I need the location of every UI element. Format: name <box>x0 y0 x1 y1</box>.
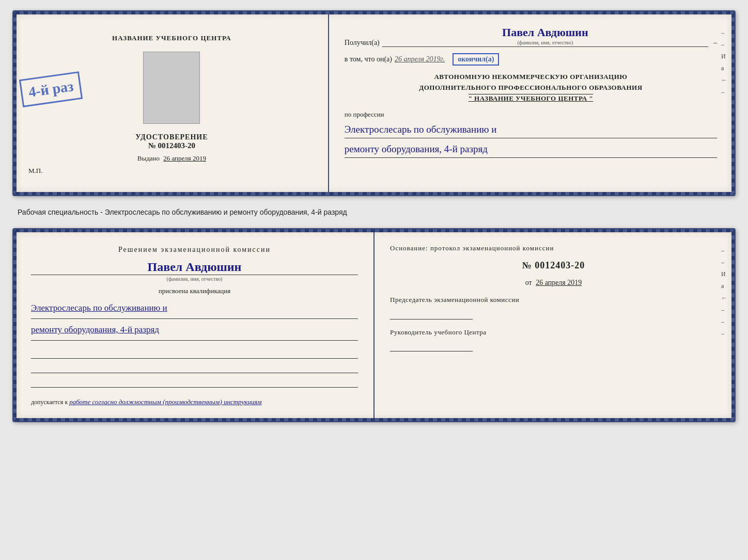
doc1-right-page: 4-й раз Получил(a) Павел Авдюшин (фамили… <box>329 13 733 193</box>
fio-label-2: (фамилия, имя, отчество) <box>167 276 223 282</box>
chairman-sig-line <box>390 309 473 319</box>
name-block-2: Павел Авдюшин (фамилия, имя, отчество) <box>31 260 358 282</box>
protocol-number: № 0012403-20 <box>390 260 717 271</box>
dopuskaetsya-text: работе согласно должностным (производств… <box>69 398 261 406</box>
vydano-section: Выдано 26 апреля 2019 <box>137 154 206 163</box>
dopuskaetsya-section: допускается к работе согласно должностны… <box>31 398 358 406</box>
ot-label: от <box>525 279 532 286</box>
signature-lines-2 <box>31 348 358 388</box>
vtom-text: в том, что он(а) <box>345 55 392 63</box>
vtom-line: в том, что он(а) 26 апреля 2019г. окончи… <box>345 53 717 66</box>
rukovoditel-title: Руководитель учебного Центра <box>390 327 717 338</box>
dopuskaetsya-label: допускается к <box>31 398 68 406</box>
right-spine <box>731 13 735 193</box>
rukovoditel-section: Руководитель учебного Центра <box>390 327 717 352</box>
prof2-line2: ремонту оборудования, 4-й разряд <box>31 322 358 341</box>
vydano-date: 26 апреля 2019 <box>163 154 206 162</box>
org-line3: " НАЗВАНИЕ УЧЕБНОГО ЦЕНТРА " <box>345 93 717 104</box>
udostoverenie-section: УДОСТОВЕРЕНИЕ № 0012403-20 <box>135 133 208 150</box>
profession-block-2: Электрослесарь по обслуживанию и ремонту… <box>31 300 358 340</box>
rukovoditel-sig-line <box>390 341 473 351</box>
udostoverenie-title: УДОСТОВЕРЕНИЕ <box>135 133 208 141</box>
resheniem-title: Решением экзаменационной комиссии <box>31 244 358 255</box>
center-title-1: НАЗВАНИЕ УЧЕБНОГО ЦЕНТРА <box>112 34 231 42</box>
udostoverenie-number: № 0012403-20 <box>135 141 208 150</box>
photo-placeholder <box>143 52 200 124</box>
sig-line-3 <box>31 377 358 388</box>
between-text: Рабочая специальность - Электрослесарь п… <box>12 205 736 219</box>
right-spine-2 <box>731 231 735 419</box>
org-line1: АВТОНОМНУЮ НЕКОММЕРЧЕСКУЮ ОРГАНИЗАЦИЮ <box>345 72 717 83</box>
chairman-title: Председатель экзаменационной комиссии <box>390 295 717 305</box>
po-professii-label: по профессии <box>345 110 717 119</box>
profession-line-2: ремонту оборудования, 4-й разряд <box>345 141 717 158</box>
right-side-marks: – – И а ← – <box>721 29 727 96</box>
doc1-left-page: НАЗВАНИЕ УЧЕБНОГО ЦЕНТРА УДОСТОВЕРЕНИЕ №… <box>15 13 329 193</box>
sig-line-1 <box>31 348 358 359</box>
left-spine-2 <box>13 231 17 419</box>
profession-line-1: Электрослесарь по обслуживанию и <box>345 121 717 138</box>
document-card-1: НАЗВАНИЕ УЧЕБНОГО ЦЕНТРА УДОСТОВЕРЕНИЕ №… <box>12 10 736 196</box>
doc2-right-page: Основание: протокол экзаменационной коми… <box>375 231 733 419</box>
okonchil-label: окончил(а) <box>453 53 499 66</box>
chairman-section: Председатель экзаменационной комиссии <box>390 295 717 319</box>
mp-section: М.П. <box>28 167 42 175</box>
protocol-date: от 26 апреля 2019 <box>390 279 717 287</box>
org-block: АВТОНОМНУЮ НЕКОММЕРЧЕСКУЮ ОРГАНИЗАЦИЮ ДО… <box>345 72 717 104</box>
prof2-line1: Электрослесарь по обслуживанию и <box>31 300 358 319</box>
osnovanie-title: Основание: протокол экзаменационной коми… <box>390 244 717 252</box>
poluchil-line: Получил(a) Павел Авдюшин (фамилия, имя, … <box>345 26 717 47</box>
document-card-2: Решением экзаменационной комиссии Павел … <box>12 228 736 422</box>
right-side-marks-2: – – И а ← – – – <box>721 247 727 338</box>
profession-section: по профессии Электрослесарь по обслужива… <box>345 110 717 158</box>
poluchil-label: Получил(a) <box>345 39 380 47</box>
vydano-label: Выдано <box>137 154 160 162</box>
fio-label-1: (фамилия, имя, отчество) <box>517 40 573 45</box>
name-2: Павел Авдюшин <box>31 260 358 275</box>
prisvoena-text: присвоена квалификация <box>31 287 358 295</box>
org-line2: ДОПОЛНИТЕЛЬНОГО ПРОФЕССИОНАЛЬНОГО ОБРАЗО… <box>345 83 717 93</box>
bottom-spine-2 <box>15 418 733 421</box>
doc2-left-page: Решением экзаменационной комиссии Павел … <box>15 231 375 419</box>
vtom-date: 26 апреля 2019г. <box>395 55 445 63</box>
sig-line-2 <box>31 363 358 373</box>
ot-date: 26 апреля 2019 <box>536 279 582 286</box>
recipient-name: Павел Авдюшин <box>502 26 588 40</box>
page-container: НАЗВАНИЕ УЧЕБНОГО ЦЕНТРА УДОСТОВЕРЕНИЕ №… <box>12 10 736 422</box>
dash-1: – <box>713 39 717 47</box>
top-spine-2 <box>15 229 733 232</box>
